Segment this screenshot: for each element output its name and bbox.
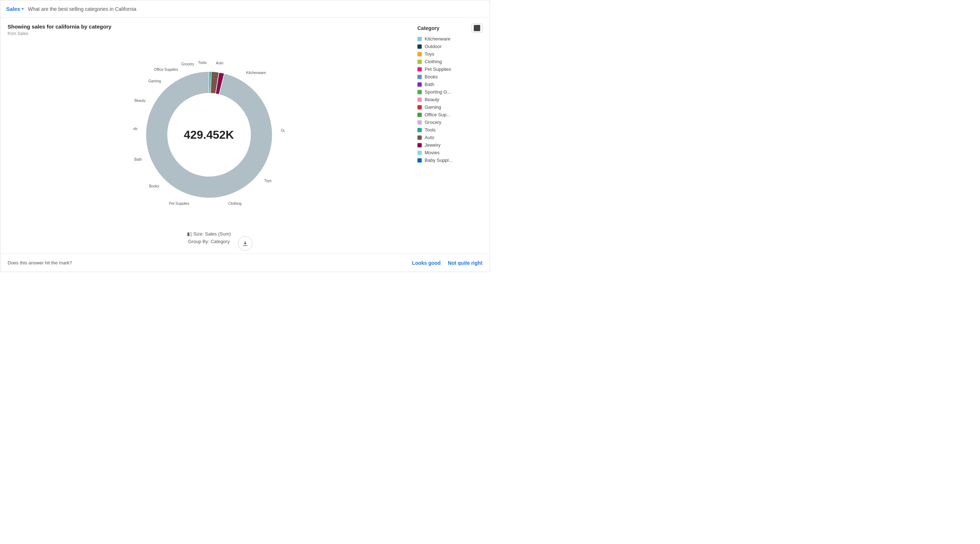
legend-label: Bath: [425, 81, 434, 87]
legend-label: Books: [425, 74, 438, 80]
legend-item: Kitchenware: [417, 36, 482, 41]
legend-label: Gaming: [425, 104, 441, 110]
svg-text:Clothing: Clothing: [228, 202, 242, 206]
legend-label: Kitchenware: [425, 36, 451, 41]
svg-text:Beauty: Beauty: [134, 99, 146, 102]
legend-item: Bath: [417, 81, 482, 87]
legend-color-swatch: [417, 136, 422, 140]
legend-item: Baby Suppl...: [417, 158, 482, 163]
legend-color-swatch: [417, 158, 422, 163]
page-title: What are the best selling categories in …: [28, 6, 136, 12]
legend-item: Books: [417, 74, 482, 80]
download-button[interactable]: [238, 236, 252, 251]
legend-label: Tools: [425, 127, 436, 132]
legend-item: Office Sup...: [417, 112, 482, 117]
header: Sales ▾ What are the best selling catego…: [0, 0, 490, 18]
legend-item: Grocery: [417, 120, 482, 125]
chart-footer-size: Size: Sales (Sum): [193, 231, 231, 237]
svg-text:Auto: Auto: [216, 61, 224, 65]
download-icon: [242, 240, 249, 247]
svg-text:Outdoor: Outdoor: [280, 129, 285, 132]
chart-footer: ▮▯ Size: Sales (Sum) Group By: Category: [8, 228, 410, 249]
svg-text:Gaming: Gaming: [148, 79, 161, 83]
legend-color-swatch: [417, 90, 422, 94]
legend-color-swatch: [417, 128, 422, 132]
donut-chart: KitchenwareOutdoorToysClothingPet Suppli…: [133, 59, 285, 211]
brand-dropdown[interactable]: Sales ▾: [6, 6, 24, 12]
legend-color-swatch: [417, 60, 422, 64]
legend-item: Toys: [417, 51, 482, 57]
legend-color-swatch: [417, 120, 422, 124]
legend-color-swatch: [417, 97, 422, 102]
legend-item: Pet Supplies: [417, 67, 482, 72]
legend-label: Grocery: [425, 120, 441, 125]
chart-icon: ▮▯: [187, 231, 194, 237]
legend-color-swatch: [417, 67, 422, 72]
chart-area: Showing sales for california by category…: [8, 24, 410, 249]
legend-label: Outdoor: [425, 44, 442, 49]
legend-color-swatch: [417, 151, 422, 155]
svg-text:Tools: Tools: [198, 61, 206, 65]
legend-item: Gaming: [417, 104, 482, 110]
legend-item: Tools: [417, 127, 482, 132]
legend-color-swatch: [417, 82, 422, 87]
footer-bar: Does this answer hit the mark? Looks goo…: [0, 254, 490, 272]
svg-text:Kitchenware: Kitchenware: [246, 71, 266, 75]
svg-text:Pet Supplies: Pet Supplies: [169, 201, 189, 206]
footer-question: Does this answer hit the mark?: [8, 260, 72, 265]
legend-label: Clothing: [425, 59, 442, 64]
chart-sub: from Sales: [8, 31, 410, 36]
legend-item: Clothing: [417, 59, 482, 64]
legend-item: Auto: [417, 135, 482, 140]
footer-actions: Looks good Not quite right: [412, 260, 482, 266]
svg-text:Toys: Toys: [264, 179, 272, 183]
legend-label: Baby Suppl...: [425, 158, 452, 163]
chart-heading: Showing sales for california by category: [8, 24, 410, 30]
chart-type-icon[interactable]: ⬛: [472, 24, 482, 32]
legend-area: Category ⬛ Kitchenware Outdoor Toys Clot…: [410, 24, 482, 249]
legend-label: Office Sup...: [425, 112, 450, 117]
legend-label: Jewelry: [425, 142, 441, 148]
legend-label: Toys: [425, 51, 434, 57]
svg-text:Books: Books: [149, 184, 159, 188]
legend-label: Beauty: [425, 97, 439, 102]
legend-color-swatch: [417, 105, 422, 110]
looks-good-button[interactable]: Looks good: [412, 260, 441, 266]
legend-item: Sporting G...: [417, 89, 482, 95]
main-content: Showing sales for california by category…: [0, 18, 490, 254]
legend-title: Category: [417, 25, 439, 31]
chart-footer-group: Group By: Category: [188, 239, 230, 244]
donut-svg: KitchenwareOutdoorToysClothingPet Suppli…: [133, 59, 285, 211]
legend-label: Pet Supplies: [425, 67, 451, 72]
svg-text:Office Supplies: Office Supplies: [154, 67, 178, 72]
legend-item: Beauty: [417, 97, 482, 102]
donut-wrapper: KitchenwareOutdoorToysClothingPet Suppli…: [8, 42, 410, 228]
legend-items: Kitchenware Outdoor Toys Clothing Pet Su…: [417, 36, 482, 163]
legend-color-swatch: [417, 143, 422, 147]
legend-item: Movies: [417, 150, 482, 155]
legend-color-swatch: [417, 37, 422, 41]
chevron-down-icon: ▾: [22, 7, 24, 11]
not-quite-button[interactable]: Not quite right: [448, 260, 482, 266]
legend-label: Movies: [425, 150, 439, 155]
legend-header: Category ⬛: [417, 24, 482, 32]
legend-item: Jewelry: [417, 142, 482, 148]
svg-text:Sporting Goods: Sporting Goods: [133, 127, 138, 131]
legend-label: Sporting G...: [425, 89, 451, 95]
brand-label: Sales: [6, 6, 20, 12]
svg-text:Grocery: Grocery: [181, 62, 194, 66]
legend-item: Outdoor: [417, 44, 482, 49]
legend-color-swatch: [417, 52, 422, 56]
legend-label: Auto: [425, 135, 434, 140]
svg-text:Bath: Bath: [134, 158, 142, 162]
legend-color-swatch: [417, 113, 422, 117]
legend-color-swatch: [417, 75, 422, 79]
legend-color-swatch: [417, 45, 422, 49]
